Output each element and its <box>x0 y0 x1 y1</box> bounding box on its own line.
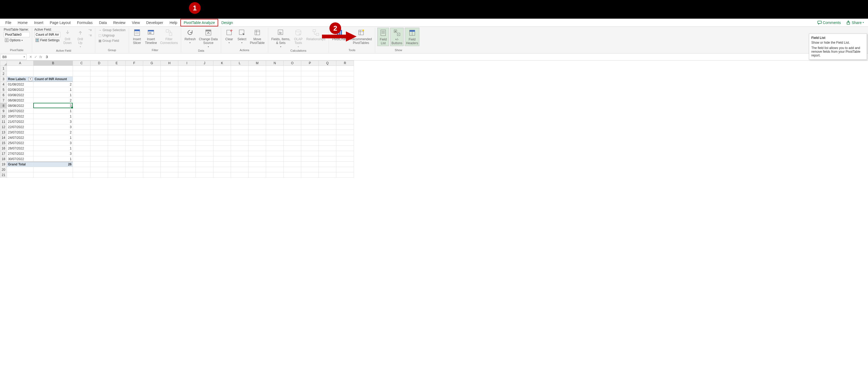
select-button[interactable]: Select ▾ <box>236 28 248 45</box>
cell[interactable] <box>161 124 178 130</box>
tab-review[interactable]: Review <box>110 19 129 26</box>
cell[interactable] <box>161 98 178 103</box>
cell[interactable] <box>336 135 354 140</box>
cell[interactable] <box>90 135 108 140</box>
cell[interactable]: Count of INR Amount <box>34 77 73 82</box>
cell[interactable] <box>108 172 126 178</box>
cell[interactable] <box>336 172 354 178</box>
group-selection-button[interactable]: → Group Selection <box>97 28 127 32</box>
cell[interactable] <box>319 140 336 146</box>
refresh-button[interactable]: Refresh ▾ <box>183 28 197 45</box>
cell[interactable] <box>301 124 319 130</box>
cell[interactable] <box>231 130 249 135</box>
cell[interactable] <box>161 66 178 71</box>
row-header[interactable]: 12 <box>0 124 7 130</box>
cell[interactable] <box>231 82 249 87</box>
column-header[interactable]: K <box>213 60 231 66</box>
cell[interactable] <box>301 130 319 135</box>
column-header[interactable]: H <box>161 60 178 66</box>
cell[interactable] <box>336 151 354 156</box>
cell[interactable] <box>143 167 161 172</box>
cell[interactable] <box>231 119 249 124</box>
cell[interactable]: 2 <box>34 130 73 135</box>
cell[interactable] <box>196 124 213 130</box>
cell[interactable] <box>266 172 284 178</box>
cell[interactable] <box>319 151 336 156</box>
cell[interactable] <box>284 151 301 156</box>
cell[interactable] <box>178 140 196 146</box>
cell[interactable] <box>301 103 319 108</box>
tab-insert[interactable]: Insert <box>31 19 46 26</box>
cell[interactable] <box>143 156 161 162</box>
insert-slicer-button[interactable]: Insert Slicer <box>131 28 143 46</box>
cell[interactable] <box>213 167 231 172</box>
cell[interactable] <box>108 151 126 156</box>
row-header[interactable]: 9 <box>0 108 7 114</box>
cell[interactable] <box>266 92 284 98</box>
cell[interactable] <box>178 92 196 98</box>
cell[interactable] <box>231 92 249 98</box>
cell[interactable] <box>301 87 319 92</box>
cancel-icon[interactable]: ✕ <box>29 55 32 59</box>
cell[interactable] <box>108 130 126 135</box>
cell[interactable] <box>231 71 249 77</box>
cell[interactable] <box>161 172 178 178</box>
cell[interactable] <box>266 66 284 71</box>
cell[interactable]: Row Labels▾ <box>7 77 34 82</box>
row-header[interactable]: 16 <box>0 146 7 151</box>
cell[interactable] <box>249 140 266 146</box>
cell[interactable] <box>143 87 161 92</box>
cell[interactable] <box>319 167 336 172</box>
cell[interactable] <box>108 71 126 77</box>
cell[interactable] <box>266 146 284 151</box>
cell[interactable] <box>213 135 231 140</box>
cell[interactable] <box>143 151 161 156</box>
insert-timeline-button[interactable]: Insert Timeline <box>144 28 158 46</box>
cell[interactable] <box>284 87 301 92</box>
cell[interactable] <box>319 103 336 108</box>
cell[interactable] <box>178 103 196 108</box>
cell[interactable] <box>90 172 108 178</box>
cell[interactable] <box>73 108 90 114</box>
cell[interactable] <box>231 151 249 156</box>
cell[interactable] <box>108 167 126 172</box>
cell[interactable]: 1 <box>34 135 73 140</box>
cell[interactable] <box>231 146 249 151</box>
cell[interactable] <box>249 114 266 119</box>
cell[interactable] <box>178 135 196 140</box>
column-header[interactable]: O <box>284 60 301 66</box>
cell[interactable] <box>126 71 143 77</box>
cell[interactable]: 21/07/2022 <box>7 119 34 124</box>
cell[interactable] <box>336 140 354 146</box>
cell[interactable] <box>73 71 90 77</box>
cell[interactable] <box>249 124 266 130</box>
cell[interactable] <box>178 82 196 87</box>
cell[interactable] <box>213 66 231 71</box>
cell[interactable] <box>284 82 301 87</box>
cell[interactable] <box>108 77 126 82</box>
cell[interactable] <box>90 140 108 146</box>
cell[interactable] <box>161 130 178 135</box>
cell[interactable]: 23/07/2022 <box>7 130 34 135</box>
cell[interactable] <box>126 135 143 140</box>
cell[interactable] <box>231 108 249 114</box>
cell[interactable]: 1 <box>34 108 73 114</box>
fx-icon[interactable]: fx <box>39 55 42 59</box>
cell[interactable] <box>319 146 336 151</box>
cell[interactable] <box>73 124 90 130</box>
cell[interactable]: 27/07/2022 <box>7 151 34 156</box>
drill-up-button[interactable]: Drill Up ▾ <box>74 28 86 49</box>
comments-button[interactable]: Comments <box>815 19 843 26</box>
cell[interactable] <box>301 71 319 77</box>
cell[interactable] <box>161 140 178 146</box>
tab-view[interactable]: View <box>128 19 143 26</box>
select-all-corner[interactable] <box>0 60 7 66</box>
ungroup-button[interactable]: ⬚ Ungroup <box>97 33 127 38</box>
cell[interactable] <box>196 66 213 71</box>
cell[interactable] <box>108 82 126 87</box>
cell[interactable] <box>266 162 284 167</box>
cell[interactable] <box>284 162 301 167</box>
cell[interactable] <box>301 98 319 103</box>
column-header[interactable]: E <box>108 60 126 66</box>
cell[interactable] <box>161 162 178 167</box>
